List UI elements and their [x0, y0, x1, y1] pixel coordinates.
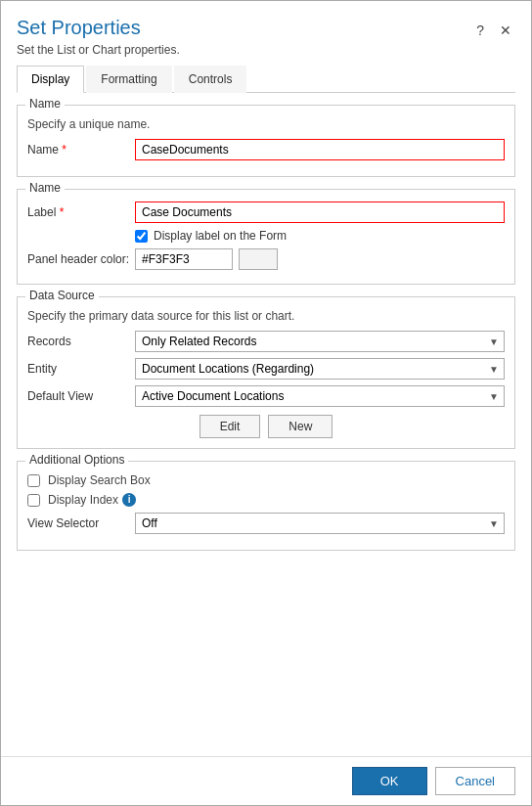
name-section-legend: Name — [25, 97, 65, 111]
default-view-row: Default View Active Document Locations O… — [27, 385, 505, 407]
edit-button[interactable]: Edit — [200, 415, 261, 438]
default-view-select[interactable]: Active Document Locations Other View — [135, 385, 505, 407]
default-view-select-wrapper: Active Document Locations Other View ▼ — [135, 385, 505, 407]
name-section: Name Specify a unique name. Name * — [17, 105, 515, 177]
display-search-box-row: Display Search Box — [27, 473, 505, 487]
tab-formatting[interactable]: Formatting — [86, 66, 171, 93]
help-button[interactable]: ? — [472, 21, 488, 40]
label-input[interactable] — [135, 202, 505, 223]
set-properties-dialog: Set Properties Set the List or Chart pro… — [0, 0, 532, 806]
edit-new-buttons: Edit New — [27, 415, 505, 438]
data-source-legend: Data Source — [25, 289, 99, 302]
display-label-text: Display label on the Form — [154, 229, 287, 243]
records-select-wrapper: Only Related Records All Record Types ▼ — [135, 331, 505, 352]
view-selector-select[interactable]: Off On — [135, 513, 505, 534]
dialog-subtitle: Set the List or Chart properties. — [17, 43, 180, 57]
name-section-description: Specify a unique name. — [27, 117, 505, 131]
name-required-star: * — [62, 143, 66, 157]
tab-controls[interactable]: Controls — [174, 66, 247, 93]
display-index-info-icon[interactable]: i — [122, 493, 136, 507]
display-search-box-checkbox[interactable] — [27, 474, 40, 487]
view-selector-label: View Selector — [27, 516, 135, 530]
default-view-label: Default View — [27, 389, 135, 403]
panel-color-label: Panel header color: — [27, 252, 135, 266]
display-label-row: Display label on the Form — [135, 229, 505, 243]
view-selector-wrapper: Off On ▼ — [135, 513, 505, 534]
dialog-body: Display Formatting Controls Name Specify… — [1, 65, 531, 756]
display-label-checkbox[interactable] — [135, 230, 148, 243]
view-selector-row: View Selector Off On ▼ — [27, 513, 505, 534]
display-search-box-label: Display Search Box — [48, 473, 151, 487]
tab-display[interactable]: Display — [17, 66, 84, 93]
entity-row: Entity Document Locations (Regarding) Ot… — [27, 358, 505, 380]
name-label: Name * — [27, 143, 135, 157]
ok-button[interactable]: OK — [352, 767, 427, 795]
tab-bar: Display Formatting Controls — [17, 65, 515, 93]
display-index-label: Display Index — [48, 493, 118, 507]
data-source-section: Data Source Specify the primary data sou… — [17, 296, 515, 449]
label-row: Label * — [27, 202, 505, 223]
name-input[interactable] — [135, 139, 505, 160]
display-index-row: Display Index i — [27, 493, 505, 507]
panel-color-row: Panel header color: — [27, 248, 505, 270]
dialog-title: Set Properties — [17, 17, 180, 39]
data-source-description: Specify the primary data source for this… — [27, 309, 505, 323]
records-select[interactable]: Only Related Records All Record Types — [135, 331, 505, 352]
name-row: Name * — [27, 139, 505, 160]
label-label: Label * — [27, 205, 135, 219]
panel-color-input[interactable] — [135, 248, 233, 270]
records-label: Records — [27, 335, 135, 348]
additional-options-legend: Additional Options — [25, 453, 128, 467]
dialog-header: Set Properties Set the List or Chart pro… — [1, 1, 531, 65]
label-section: Name Label * Display label on the Form P… — [17, 189, 515, 285]
entity-select-wrapper: Document Locations (Regarding) Other Ent… — [135, 358, 505, 380]
new-button[interactable]: New — [268, 415, 332, 438]
entity-select[interactable]: Document Locations (Regarding) Other Ent… — [135, 358, 505, 380]
additional-options-section: Additional Options Display Search Box Di… — [17, 461, 515, 551]
dialog-footer: OK Cancel — [1, 756, 531, 805]
entity-label: Entity — [27, 362, 135, 376]
label-required-star: * — [60, 205, 65, 219]
cancel-button[interactable]: Cancel — [435, 767, 515, 795]
records-row: Records Only Related Records All Record … — [27, 331, 505, 352]
color-swatch — [239, 248, 278, 270]
display-index-checkbox[interactable] — [27, 494, 40, 507]
close-button[interactable]: ✕ — [496, 21, 515, 40]
label-section-legend: Name — [25, 181, 65, 195]
